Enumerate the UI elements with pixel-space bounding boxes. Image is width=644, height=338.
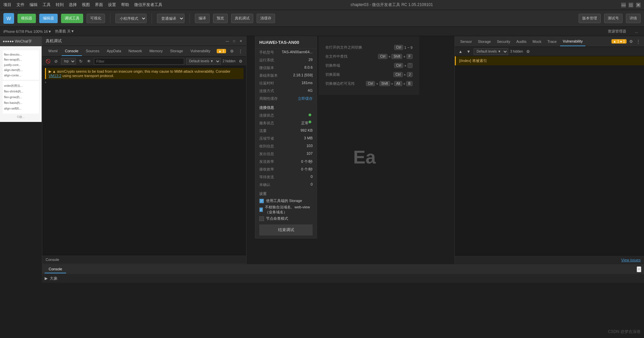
resource-manager-button[interactable]: 资源管理器 [605, 28, 629, 35]
debug-button[interactable]: 调试工具 [61, 14, 83, 23]
tab-network[interactable]: Network [125, 47, 145, 56]
device-recv-rate: 接收效率 0 个/秒 [255, 165, 317, 173]
menu-item-interface[interactable]: 界面 [95, 2, 103, 8]
test-button[interactable]: 测试号 [604, 14, 623, 23]
title-bar: 项目 文件 编辑 工具 转到 选择 视图 界面 设置 帮助 微信开发者工具 ch… [0, 0, 644, 10]
right-dt-bottom: View issues [455, 255, 644, 264]
vm-link[interactable]: VM13:2 [49, 74, 61, 78]
preview-button[interactable]: 预览 [213, 14, 228, 23]
end-debug-button[interactable]: 结束调试 [259, 224, 313, 235]
menu-item-goto[interactable]: 转到 [56, 2, 64, 8]
right-tab-security[interactable]: Security [494, 37, 513, 46]
settings-item-2[interactable]: ✓ 不校验合法域名、web-view（业务域名） [259, 205, 313, 215]
devtools-minimize-button[interactable]: — [225, 39, 229, 43]
devtools-settings-icon[interactable]: ⚙ [229, 48, 235, 54]
levels-select[interactable]: Default levels ▼ [186, 58, 221, 65]
bottom-console-close-button[interactable]: ✕ [637, 266, 641, 272]
device-row-baselib: 基础库版本 2.18.1 [559] [255, 72, 317, 79]
menu-item-settings[interactable]: 设置 [108, 2, 116, 8]
right-settings-icon[interactable]: ⚙ [628, 39, 634, 45]
menu-item-tools[interactable]: 工具 [43, 2, 51, 8]
checkbox-node[interactable] [259, 216, 264, 221]
devtools-close-button[interactable]: ✕ [239, 39, 243, 43]
menu-item-select[interactable]: 选择 [69, 2, 77, 8]
avatar: W [3, 13, 14, 24]
refresh-button[interactable]: 编译 [195, 14, 210, 23]
menu-bar[interactable]: 项目 文件 编辑 工具 转到 选择 视图 界面 设置 帮助 微信开发者工具 [3, 2, 162, 8]
devtools-maximize-button[interactable]: □ [232, 39, 236, 43]
tab-memory[interactable]: Memory [146, 47, 166, 56]
tab-appdata[interactable]: AppData [103, 47, 124, 56]
more-button[interactable]: ... [632, 29, 641, 34]
menu-item-wechat[interactable]: 微信开发者工具 [134, 2, 162, 8]
view-issues-link[interactable]: View issues [621, 258, 641, 262]
right-tab-vulnerability[interactable]: Vulnerability [560, 37, 586, 46]
hotreload-label[interactable]: 热重载 关▼ [55, 29, 74, 34]
right-levels-select[interactable]: Default levels ▼ [474, 48, 508, 55]
right-gear-icon[interactable]: ⚙ [525, 49, 531, 55]
filter-input[interactable] [94, 58, 184, 65]
settings-item-1[interactable]: ✓ 使用工具端的 Storage [259, 198, 313, 203]
gear-icon[interactable]: ⚙ [237, 58, 244, 64]
right-tabs-end: ▲ 1 ● 1 ⚙ ⋮ [611, 39, 641, 45]
device-label[interactable]: iPhone 6/7/8 Plus 100% 16▼ [3, 29, 52, 33]
menu-item-help[interactable]: 帮助 [121, 2, 129, 8]
right-tab-trace[interactable]: Trace [545, 37, 559, 46]
right-tab-storage[interactable]: Storage [475, 37, 494, 46]
tab-storage[interactable]: Storage [167, 47, 186, 56]
devtools-win-btns[interactable]: — □ ✕ [225, 39, 243, 43]
mode-select[interactable]: 小程序模式 [115, 14, 147, 23]
refresh-icon[interactable]: ↻ [78, 58, 84, 64]
device-service-status: 服务状态 正常 [255, 119, 317, 127]
editor-button[interactable]: 编辑器 [39, 14, 58, 23]
menu-item-edit[interactable]: 编辑 [30, 2, 38, 8]
settings-item-3[interactable]: 节点命查模式 [259, 216, 313, 221]
bottom-input-bar[interactable]: ▶ 大象 [42, 274, 644, 283]
context-select[interactable]: top [61, 58, 76, 65]
window-controls[interactable]: — □ ✕ [621, 3, 641, 7]
bottom-console-tab[interactable]: Console [45, 265, 66, 273]
right-tab-mock[interactable]: Mock [530, 37, 544, 46]
devtools-more-icon[interactable]: ⋮ [237, 48, 244, 54]
clear-console-icon[interactable]: 🚫 [45, 58, 51, 64]
menu-item-file[interactable]: 文件 [16, 2, 24, 8]
device-name: HUAWEI-TAS-AN00 [255, 37, 317, 49]
device-row-os: 运行系统 29 [255, 56, 317, 64]
tab-vulnerability[interactable]: Vulnerability [187, 47, 214, 56]
settings-title: 设置 [259, 191, 313, 196]
detail-button[interactable]: 详情 [626, 14, 641, 23]
separator-1 [110, 13, 110, 23]
visualize-button[interactable]: 可视化 [87, 14, 105, 23]
maximize-button[interactable]: □ [629, 3, 633, 7]
version-button[interactable]: 版本管理 [579, 14, 601, 23]
right-up-icon[interactable]: ▲ [458, 49, 464, 55]
checkbox-domain[interactable]: ✓ [259, 207, 263, 212]
eye-icon[interactable]: 👁 [86, 58, 92, 64]
clear-button[interactable]: 清缓存 [257, 14, 275, 23]
checkbox-storage[interactable]: ✓ [259, 199, 264, 203]
menu-item-project[interactable]: 项目 [3, 2, 11, 8]
right-down-icon[interactable]: ▼ [466, 49, 472, 55]
service-status-dot [309, 121, 311, 123]
shortcut-find-in-file: 在文件中查找 Ctrl + Shift + F [325, 52, 413, 61]
compile-select[interactable]: 普通编译 [157, 14, 184, 23]
minimize-button[interactable]: — [621, 3, 626, 7]
menu-item-view[interactable]: 视图 [82, 2, 90, 8]
right-warn-badge: ▲ 1 ● 1 [611, 39, 627, 44]
tab-wxml[interactable]: Wxml [45, 47, 61, 56]
simulator-button[interactable]: 模拟器 [17, 14, 36, 23]
preview-panel: ●●●●● WeChat字 flex-directio... flex-wrap… [0, 36, 42, 122]
pause-icon[interactable]: ⊘ [53, 58, 59, 64]
real-debug-button[interactable]: 真机调试 [231, 14, 253, 23]
close-button[interactable]: ✕ [636, 3, 641, 7]
shortcuts-panel: 在打开的文件之间切换 Ctrl 1 ~ 9 在文件中查找 Ctrl + Shif… [319, 36, 419, 95]
wechat-bar: ●●●●● WeChat字 [0, 36, 42, 46]
device-send-rate: 发送效率 0 个/秒 [255, 158, 317, 165]
right-more-icon[interactable]: ⋮ [635, 39, 641, 45]
tab-sources[interactable]: Sources [83, 47, 103, 56]
devtools-tabs: Wxml Console Sources AppData Network Mem… [42, 46, 246, 57]
tab-console[interactable]: Console [62, 47, 82, 56]
right-tab-audits[interactable]: Audits [514, 37, 529, 46]
right-tab-sensor[interactable]: Sensor [458, 37, 475, 46]
settings-section: 设置 ✓ 使用工具端的 Storage ✓ 不校验合法域名、web-view（业… [255, 189, 317, 238]
